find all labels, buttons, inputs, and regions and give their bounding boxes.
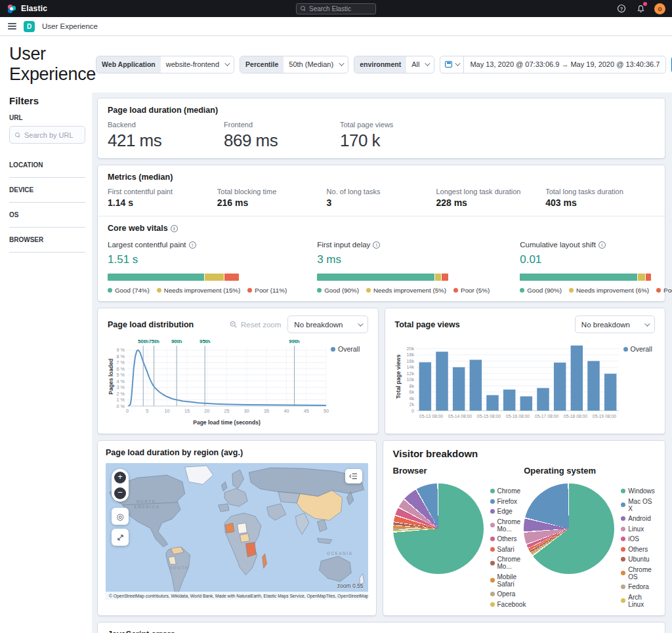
svg-text:05-16 08:00: 05-16 08:00	[505, 414, 530, 419]
legend-item[interactable]: Mac OS X	[621, 498, 655, 512]
environment-filter-select[interactable]: All	[406, 56, 434, 73]
elastic-logo-icon[interactable]	[7, 4, 16, 14]
info-icon[interactable]: i	[373, 241, 380, 249]
bar	[604, 374, 616, 411]
legend-item[interactable]: Fedora	[621, 583, 655, 590]
map-zoom-controls: + −	[112, 469, 129, 502]
svg-text:18k: 18k	[406, 352, 414, 357]
legend-item[interactable]: Chrome OS	[621, 566, 655, 581]
date-range-text[interactable]: May 13, 2020 @ 07:33:06.9 → May 19, 2020…	[464, 60, 665, 68]
zoom-out-icon	[230, 321, 238, 329]
chart-legend[interactable]: Overall	[331, 336, 360, 353]
info-icon[interactable]: i	[189, 241, 196, 249]
sidebar-section-location[interactable]: LOCATION	[9, 153, 85, 178]
page-load-distribution-chart[interactable]: 0 %1 %2 %3 %4 %5 %6 %7 %8 %9 %0510152025…	[108, 336, 329, 426]
total-page-views-chart[interactable]: 02k4k6k8k10k12k14k16k18k20k05-13 08:0005…	[395, 336, 622, 426]
legend-item[interactable]: Chrome Mo...	[490, 518, 524, 533]
panel-title: Visitor breakdown	[393, 448, 656, 459]
cwv-legend-item: Good (90%)	[520, 287, 562, 294]
user-avatar[interactable]: o	[654, 3, 665, 14]
chevron-down-icon	[425, 60, 430, 66]
global-search-input[interactable]: Search Elastic	[296, 3, 376, 14]
map-set-view-button[interactable]: ◎	[112, 508, 129, 525]
service-filter-select[interactable]: website-frontend	[161, 56, 234, 73]
region-map[interactable]: NORTHAMERICA SOUTH OCEANIA + − ◎	[106, 463, 368, 600]
os-subtitle: Operating system	[524, 466, 655, 476]
legend-item[interactable]: Linux	[621, 525, 655, 533]
environment-filter: environment All	[354, 56, 434, 73]
sidebar-section-os[interactable]: OS	[9, 203, 85, 228]
dist-breakdown-select[interactable]: No breakdown	[287, 316, 368, 333]
legend-item[interactable]: Overall	[623, 345, 652, 353]
svg-text:50th: 50th	[138, 338, 149, 344]
legend-item[interactable]: Others	[490, 535, 524, 542]
help-icon[interactable]: ?	[616, 3, 627, 14]
legend-item[interactable]: Mobile Safari	[490, 573, 524, 588]
legend-item[interactable]: Android	[621, 515, 655, 522]
legend-item[interactable]: Windows	[621, 487, 655, 495]
svg-text:90th: 90th	[171, 338, 182, 344]
date-picker-calendar-button[interactable]	[440, 56, 464, 73]
svg-text:75th: 75th	[148, 338, 159, 344]
breadcrumb[interactable]: User Experience	[42, 22, 98, 30]
legend-item[interactable]: Others	[621, 546, 655, 553]
metrics-stats: First contentful paint1.14 sTotal blocki…	[108, 188, 655, 208]
alerts-bell-icon[interactable]	[635, 3, 646, 14]
stat: Total blocking time216 ms	[217, 188, 327, 208]
chevron-down-icon	[455, 60, 461, 66]
legend-item[interactable]: Firefox	[490, 498, 524, 505]
legend-item[interactable]: Opera	[490, 590, 524, 598]
svg-text:3 %: 3 %	[117, 384, 125, 390]
os-pie-chart[interactable]	[524, 483, 614, 574]
sidebar-section-device[interactable]: DEVICE	[9, 178, 85, 203]
chart-legend[interactable]: Overall	[623, 336, 652, 353]
svg-text:40: 40	[284, 408, 289, 414]
panel-title: Page load distribution	[108, 320, 194, 329]
views-breakdown-select[interactable]: No breakdown	[575, 316, 655, 333]
browser-pie-chart[interactable]	[393, 483, 484, 574]
cwv-bar	[520, 274, 651, 281]
legend-item[interactable]: Facebook	[490, 601, 524, 608]
info-icon[interactable]: i	[171, 225, 178, 232]
os-pie-legend[interactable]: WindowsMac OS XAndroidLinuxiOSOthersUbun…	[621, 481, 655, 608]
bar	[486, 395, 498, 411]
legend-item[interactable]: Safari	[490, 546, 524, 553]
map-legend-toggle-button[interactable]	[345, 469, 362, 483]
svg-text:OCEANIA: OCEANIA	[327, 551, 352, 556]
map-attribution[interactable]: © OpenStreetMap contributors, Wikidata, …	[106, 592, 368, 600]
cwv-legend-item: Needs improvement (6%)	[569, 287, 649, 294]
menu-hamburger-icon[interactable]	[8, 23, 16, 30]
browser-pie-legend[interactable]: ChromeFirefoxEdgeChrome Mo...OthersSafar…	[490, 481, 524, 608]
svg-text:30: 30	[244, 408, 249, 414]
legend-item[interactable]: Edge	[490, 508, 524, 515]
svg-text:99th: 99th	[289, 338, 300, 344]
legend-item[interactable]: Chrome Mo...	[490, 556, 524, 570]
cwv-legend-item: Poor (5%)	[453, 287, 490, 294]
bar	[436, 352, 448, 411]
map-zoom-out-button[interactable]: −	[114, 487, 126, 499]
sidebar-section-browser[interactable]: BROWSER	[9, 228, 85, 253]
svg-text:4k: 4k	[409, 396, 414, 401]
info-icon[interactable]: i	[598, 241, 606, 249]
percentile-filter-select[interactable]: 50th (Median)	[284, 56, 348, 73]
url-search-input[interactable]: Search by URL	[9, 126, 85, 144]
map-fit-bounds-button[interactable]	[112, 529, 129, 546]
legend-item[interactable]: Arch Linux	[621, 594, 655, 608]
svg-text:20: 20	[204, 408, 209, 414]
legend-item[interactable]: Chrome	[490, 487, 524, 495]
metrics-panel: Metrics (median) First contentful paint1…	[97, 165, 665, 302]
filters-sidebar: Filters URL Search by URL LOCATION DEVIC…	[0, 92, 92, 633]
svg-text:7 %: 7 %	[117, 359, 125, 365]
legend-item[interactable]: Ubuntu	[621, 556, 655, 563]
app-icon[interactable]: D	[24, 21, 35, 32]
stat: Frontend869 ms	[224, 121, 340, 151]
svg-text:2 %: 2 %	[117, 391, 125, 397]
page-load-duration-panel: Page load duration (median) Backend421 m…	[97, 98, 665, 159]
legend-item[interactable]: Overall	[331, 345, 360, 353]
reset-zoom-button[interactable]: Reset zoom	[230, 321, 281, 329]
map-zoom-in-button[interactable]: +	[114, 472, 126, 483]
legend-item[interactable]: iOS	[621, 535, 655, 542]
layers-icon	[349, 473, 358, 480]
cwv-legend-item: Needs improvement (5%)	[366, 287, 446, 294]
date-picker: May 13, 2020 @ 07:33:06.9 → May 19, 2020…	[440, 56, 666, 73]
